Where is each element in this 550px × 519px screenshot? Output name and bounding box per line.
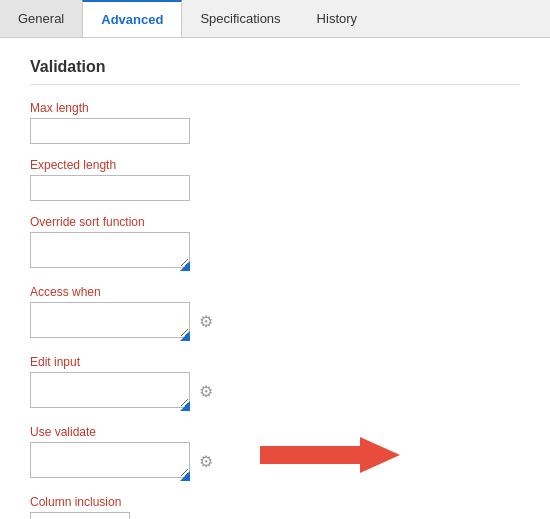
expected-length-row xyxy=(30,175,520,201)
tab-history[interactable]: History xyxy=(299,0,375,37)
content-area: Validation Max length Expected length Ov… xyxy=(0,38,550,519)
expected-length-input[interactable] xyxy=(30,175,190,201)
svg-marker-0 xyxy=(260,437,400,473)
access-when-input[interactable] xyxy=(30,302,190,338)
use-validate-gear-icon[interactable]: ⚙ xyxy=(196,452,216,472)
column-inclusion-label: Column inclusion xyxy=(30,495,520,509)
access-when-row: ⚙ xyxy=(30,302,520,341)
max-length-label: Max length xyxy=(30,101,520,115)
access-when-wrapper xyxy=(30,302,190,341)
tab-bar: General Advanced Specifications History xyxy=(0,0,550,38)
red-arrow-annotation xyxy=(260,437,400,473)
column-inclusion-group: Column inclusion Option 1 Option 2 xyxy=(30,495,520,519)
tab-general[interactable]: General xyxy=(0,0,82,37)
override-sort-wrapper xyxy=(30,232,190,271)
tab-specifications[interactable]: Specifications xyxy=(182,0,298,37)
edit-input-field[interactable] xyxy=(30,372,190,408)
access-when-group: Access when ⚙ xyxy=(30,285,520,341)
override-sort-label: Override sort function xyxy=(30,215,520,229)
column-inclusion-select[interactable]: Option 1 Option 2 xyxy=(30,512,130,519)
tab-advanced[interactable]: Advanced xyxy=(82,0,182,37)
max-length-input[interactable] xyxy=(30,118,190,144)
section-title: Validation xyxy=(30,58,520,85)
edit-input-group: Edit input ⚙ xyxy=(30,355,520,411)
column-inclusion-wrapper[interactable]: Option 1 Option 2 xyxy=(30,512,130,519)
edit-input-label: Edit input xyxy=(30,355,520,369)
use-validate-input[interactable] xyxy=(30,442,190,478)
edit-input-wrapper xyxy=(30,372,190,411)
use-validate-group: Use validate ⚙ xyxy=(30,425,520,481)
max-length-group: Max length xyxy=(30,101,520,144)
edit-input-gear-icon[interactable]: ⚙ xyxy=(196,382,216,402)
override-sort-input[interactable] xyxy=(30,232,190,268)
expected-length-label: Expected length xyxy=(30,158,520,172)
access-when-label: Access when xyxy=(30,285,520,299)
override-sort-row xyxy=(30,232,520,271)
edit-input-row: ⚙ xyxy=(30,372,520,411)
max-length-row xyxy=(30,118,520,144)
expected-length-group: Expected length xyxy=(30,158,520,201)
override-sort-group: Override sort function xyxy=(30,215,520,271)
use-validate-wrapper xyxy=(30,442,190,481)
red-arrow-svg xyxy=(260,437,400,473)
access-when-gear-icon[interactable]: ⚙ xyxy=(196,312,216,332)
